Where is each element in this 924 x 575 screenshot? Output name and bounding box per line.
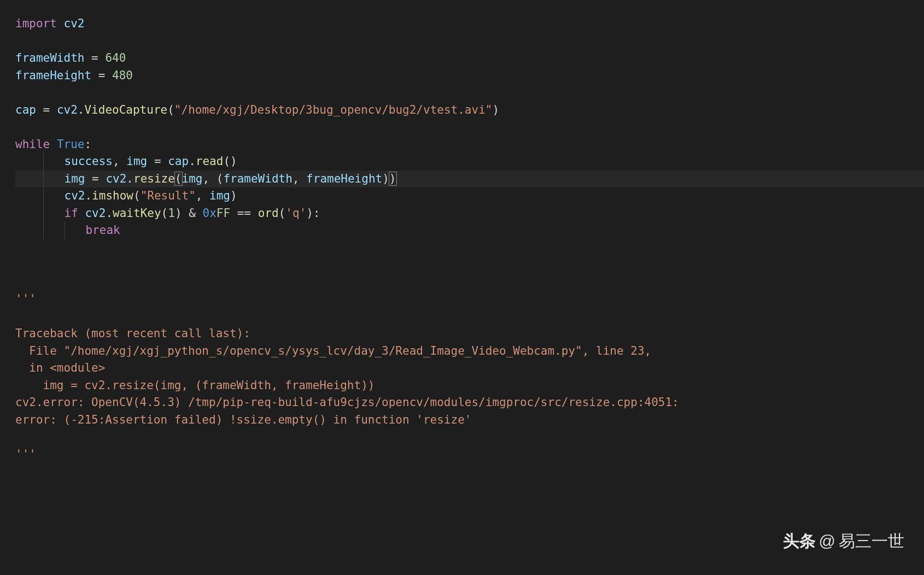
- docstring-close[interactable]: ''': [15, 446, 924, 463]
- literal-640: 640: [105, 51, 126, 64]
- watermark-brand: 头条: [783, 529, 816, 553]
- watermark-user: 易三一世: [839, 529, 904, 553]
- code-line-7[interactable]: [15, 119, 924, 136]
- code-line-1[interactable]: import cv2: [15, 15, 924, 33]
- indent-guide: [43, 153, 44, 171]
- keyword-break: break: [85, 224, 120, 237]
- code-line-blank-a[interactable]: [15, 308, 924, 326]
- var-framewidth: frameWidth: [15, 51, 84, 64]
- traceback-line-4[interactable]: img = cv2.resize(img, (frameWidth, frame…: [15, 377, 924, 395]
- traceback-line-5[interactable]: cv2.error: OpenCV(4.5.3) /tmp/pip-req-bu…: [15, 394, 924, 412]
- docstring-open[interactable]: ''': [15, 291, 924, 308]
- code-line-9[interactable]: success, img = cap.read(): [15, 153, 924, 171]
- indent-guide: [43, 205, 44, 222]
- traceback-line-6[interactable]: error: (-215:Assertion failed) !ssize.em…: [15, 412, 924, 429]
- literal-true: True: [57, 138, 85, 151]
- fn-resize: resize: [133, 172, 175, 185]
- module-name: cv2: [64, 17, 85, 30]
- code-line-blank-b[interactable]: [15, 429, 924, 446]
- code-line-6[interactable]: cap = cv2.VideoCapture("/home/xgj/Deskto…: [15, 102, 924, 119]
- code-line-13[interactable]: break: [15, 222, 924, 239]
- traceback-line-3[interactable]: in <module>: [15, 360, 924, 377]
- var-frameheight: frameHeight: [15, 69, 91, 82]
- code-line-5[interactable]: [15, 84, 924, 102]
- code-line-10-active[interactable]: img = cv2.resize(img, (frameWidth, frame…: [15, 171, 924, 188]
- fn-imshow: imshow: [92, 189, 133, 202]
- literal-480: 480: [112, 69, 133, 82]
- indent-guide: [65, 222, 65, 239]
- fn-read: read: [196, 155, 224, 168]
- indent-guide: [43, 171, 44, 188]
- keyword-import: import: [15, 17, 57, 30]
- string-path: "/home/xgj/Desktop/3bug_opencv/bug2/vtes…: [174, 103, 493, 116]
- keyword-while: while: [15, 138, 50, 151]
- code-line-12[interactable]: if cv2.waitKey(1) & 0xFF == ord('q'):: [15, 205, 924, 222]
- indent-guide: [43, 222, 44, 239]
- code-line-2[interactable]: [15, 33, 924, 50]
- traceback-line-1[interactable]: Traceback (most recent call last):: [15, 325, 924, 343]
- code-line-11[interactable]: cv2.imshow("Result", img): [15, 187, 924, 205]
- watermark-at: @: [819, 529, 835, 553]
- traceback-line-2[interactable]: File "/home/xgj/xgj_python_s/opencv_s/ys…: [15, 343, 924, 360]
- fn-ord: ord: [258, 207, 279, 220]
- code-line-4[interactable]: frameHeight = 480: [15, 67, 924, 85]
- fn-waitkey: waitKey: [113, 207, 161, 220]
- bracket-match-close: ): [389, 172, 397, 186]
- code-line-3[interactable]: frameWidth = 640: [15, 50, 924, 67]
- watermark: 头条@易三一世: [783, 529, 904, 553]
- fn-videocapture: VideoCapture: [84, 103, 167, 116]
- indent-guide: [43, 187, 44, 205]
- code-line-16[interactable]: [15, 274, 924, 291]
- code-editor[interactable]: import cv2 frameWidth = 640frameHeight =…: [15, 15, 924, 463]
- bracket-match-open: (: [174, 172, 183, 186]
- code-line-8[interactable]: while True:: [15, 136, 924, 154]
- keyword-if: if: [65, 207, 78, 220]
- code-line-15[interactable]: [15, 256, 924, 274]
- code-line-14[interactable]: [15, 239, 924, 257]
